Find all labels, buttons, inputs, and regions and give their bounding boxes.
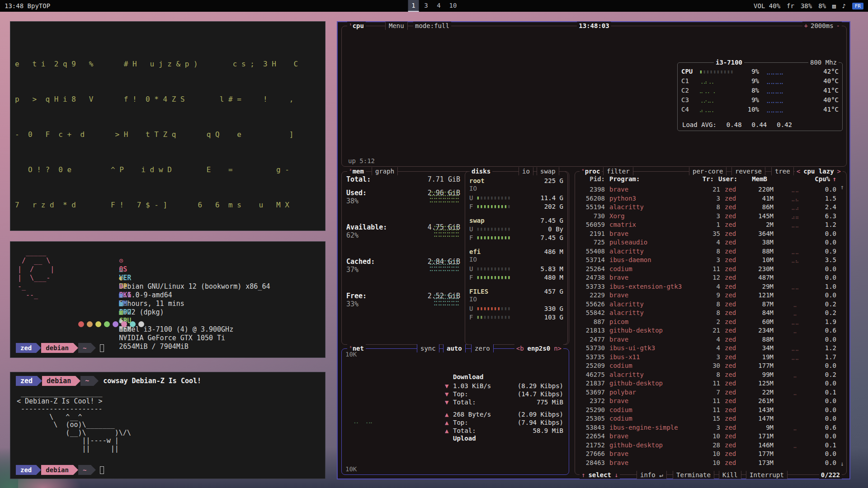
scroll-up-indicator[interactable]: ↑	[840, 183, 844, 191]
disks-io-toggle[interactable]: io	[519, 167, 533, 175]
disk-name: FILES	[469, 288, 544, 295]
menu-button[interactable]: Menu	[385, 22, 408, 30]
header-memory[interactable]: MemB	[740, 175, 767, 183]
proc-filter-button[interactable]: filter	[603, 167, 633, 175]
terminal-cursor[interactable]	[100, 466, 104, 474]
process-row[interactable]: 21813 github-desktop 21 zed 234M ⣀ 0.6	[579, 326, 836, 335]
process-row[interactable]: 46275 alacritty 8 zed 99M ⣀ 0.2	[579, 371, 836, 380]
speaker-icon[interactable]: ♪	[842, 3, 846, 9]
mem-box-title[interactable]: ²mem	[347, 167, 366, 175]
sort-prev-button[interactable]: <	[797, 167, 800, 175]
process-row[interactable]: 2191 brave 35 zed 364M 0.0	[579, 230, 836, 239]
system-info-line: ⊙ OS : Debian GNU/Linux 12 (bookworm) x8…	[78, 248, 270, 257]
proc-box-title[interactable]: ⁴proc	[580, 167, 602, 175]
process-row[interactable]: 28463 brave 10 zed 173M 0.0	[579, 459, 836, 468]
process-threads: 21	[707, 326, 720, 335]
interval-decrease-button[interactable]: -	[836, 22, 840, 30]
workspace-button[interactable]: 3	[421, 0, 432, 12]
process-pid: 46275	[579, 371, 605, 380]
interval-increase-button[interactable]: +	[804, 22, 808, 30]
cmatrix-terminal[interactable]: e t i 2 q 9 % # H u j z & p ) c s ; 3 H …	[10, 21, 326, 231]
process-row[interactable]: 27666 brave 10 zed 177M 0.0	[579, 450, 836, 459]
proc-kill-button[interactable]: Kill	[719, 471, 741, 479]
header-pid[interactable]: Pid:	[579, 175, 605, 183]
info-icon: ▦	[119, 300, 129, 308]
select-down-arrow[interactable]: ↓	[614, 471, 618, 479]
process-row[interactable]: 55194 alacritty 8 zed 86M ⣀⣠ 2.4	[579, 203, 836, 212]
process-row[interactable]: 24738 brave 12 zed 487M 0.0	[579, 273, 836, 282]
keyboard-layout-indicator[interactable]: fr	[787, 2, 794, 9]
process-row[interactable]: 55408 alacritty 8 zed 88M ⣀⣀ 0.9	[579, 247, 836, 256]
select-up-arrow[interactable]: ↑	[581, 471, 585, 479]
mem-graph-toggle[interactable]: graph	[372, 167, 398, 175]
iface-next-button[interactable]: n>	[554, 344, 561, 352]
scroll-down-indicator[interactable]: ↓	[840, 460, 844, 467]
net-sync-toggle[interactable]: sync	[417, 344, 439, 352]
header-cpu[interactable]: Cpu%	[810, 175, 830, 183]
process-threads: 3	[707, 353, 720, 362]
cowsay-terminal[interactable]: zeddebian~ cowsay Debian-Z Is Cool! ____…	[10, 372, 326, 479]
process-row[interactable]: 22654 brave 10 zed 171M 0.0	[579, 432, 836, 441]
display-icon[interactable]: ▤	[832, 3, 836, 9]
process-cpu-graph	[774, 361, 816, 371]
disks-panel: disks io swap root 225 G IO U	[465, 171, 568, 345]
proc-info-button[interactable]: info ↵	[637, 471, 667, 479]
process-row[interactable]: 25264 codium 11 zed 230M 0.0	[579, 265, 836, 274]
process-row[interactable]: 2398 brave 21 zed 220M ⣀⣀ 0.0	[579, 185, 836, 194]
process-pid: 55626	[579, 300, 605, 309]
typed-command: cowsay Debian-Z Is Cool!	[103, 377, 201, 385]
iface-prev-button[interactable]: <b	[516, 344, 524, 352]
process-memory: 121M	[746, 291, 774, 300]
proc-interrupt-button[interactable]: Interrupt	[746, 471, 788, 479]
process-row[interactable]: 2477 brave 4 zed 88M 0.0	[579, 335, 836, 344]
process-row[interactable]: 56208 python3 3 zed 41M ⣀⣄ 1.5	[579, 194, 836, 203]
proc-percore-toggle[interactable]: per-core	[689, 167, 726, 175]
process-table[interactable]: 2398 brave 21 zed 220M ⣀⣀ 0.0 56208 pyth…	[579, 185, 836, 468]
header-program[interactable]: Program:	[609, 175, 700, 183]
process-row[interactable]: 25290 codium 11 zed 143M 0.0	[579, 406, 836, 415]
process-row[interactable]: 730 Xorg 3 zed 145M ⣠⣤ 6.3	[579, 212, 836, 221]
process-row[interactable]: 2229 brave 9 zed 121M 0.0	[579, 291, 836, 300]
process-row[interactable]: 2372 brave 11 zed 261M 0.0	[579, 397, 836, 406]
volume-indicator[interactable]: VOL 40%	[754, 2, 780, 9]
process-row[interactable]: 53843 ibus-engine-simple 3 zed 9M ⣀ 0.6	[579, 423, 836, 432]
process-row[interactable]: 887 picom 2 zed 60M ⣀⣀ 1.9	[579, 318, 836, 327]
process-row[interactable]: 53735 ibus-x11 3 zed 19M ⣀⣀ 1.7	[579, 353, 836, 362]
proc-tree-toggle[interactable]: tree	[771, 167, 794, 175]
process-cpu-percent: 1.2	[816, 344, 836, 353]
mode-toggle[interactable]: mode:full	[413, 22, 451, 30]
process-row[interactable]: 725 pulseaudio 4 zed 38M 0.0	[579, 238, 836, 247]
proc-terminate-button[interactable]: Terminate	[673, 471, 714, 479]
process-row[interactable]: 55626 alacritty 8 zed 87M ⣀ 0.2	[579, 300, 836, 309]
workspace-button[interactable]: 1	[408, 0, 419, 12]
net-zero-toggle[interactable]: zero	[471, 344, 494, 352]
process-name: alacritty	[609, 203, 707, 212]
process-row[interactable]: 53733 ibus-extension-gtk3 4 zed 29M ⣀⣀ 1…	[579, 282, 836, 291]
neofetch-terminal[interactable]: _____ / __ \ | / | | \___- -_ --_ ⊙ OS :…	[10, 241, 326, 358]
core-temperature: 41°C	[791, 87, 839, 94]
terminal-cursor[interactable]	[100, 344, 104, 352]
net-auto-toggle[interactable]: auto	[443, 344, 466, 352]
process-row[interactable]: 21837 github-desktop 11 zed 125M 0.0	[579, 379, 836, 388]
language-flag-badge[interactable]: FR	[852, 3, 863, 9]
process-row[interactable]: 25305 codium 15 zed 147M 0.0	[579, 414, 836, 423]
process-row[interactable]: 25209 codium 30 zed 177M 0.0	[579, 361, 836, 371]
header-user[interactable]: User:	[714, 175, 740, 183]
process-row[interactable]: 55842 alacritty 8 zed 84M ⣀ 0.2	[579, 309, 836, 318]
bpytop-terminal[interactable]: ¹cpu Menu mode:full 13:48:03 + 2000ms - …	[337, 21, 850, 479]
disks-swap-toggle[interactable]: swap	[537, 167, 559, 175]
header-threads[interactable]: Tr:	[700, 175, 714, 183]
process-row[interactable]: 21752 github-desktop 28 zed 146M ⣀ 0.1	[579, 441, 836, 450]
disks-title[interactable]: disks	[470, 167, 492, 175]
cpu-box-title[interactable]: ¹cpu	[347, 22, 366, 30]
workspace-button[interactable]: 10	[446, 0, 460, 12]
process-row[interactable]: 53714 ibus-daemon 3 zed 10M ⣀⣄ 3.5	[579, 256, 836, 265]
sort-next-button[interactable]: >	[837, 167, 841, 175]
proc-reverse-toggle[interactable]: reverse	[731, 167, 765, 175]
core-usage-graph: ⢀⡠⣀⡀	[699, 96, 737, 103]
process-row[interactable]: 56059 cmatrix 1 zed 2M ⣀⣀ 1.2	[579, 221, 836, 230]
process-row[interactable]: 53697 polybar 7 zed 22M ⣀ 0.1	[579, 388, 836, 397]
workspace-button[interactable]: 4	[434, 0, 444, 12]
sort-direction-icon[interactable]: ↑	[830, 175, 836, 183]
process-row[interactable]: 53730 ibus-ui-gtk3 4 zed 34M ⣀⣀ 1.2	[579, 344, 836, 353]
